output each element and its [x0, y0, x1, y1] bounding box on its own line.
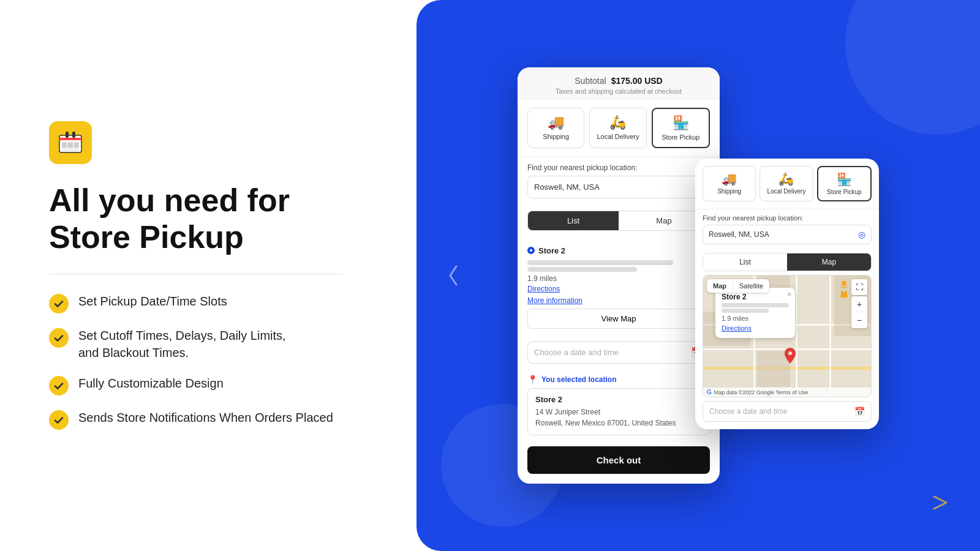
store-pickup-icon: 🏪 — [657, 115, 705, 131]
feature-text-2: Set Cutoff Times, Delays, Daily Limits,a… — [78, 327, 286, 361]
view-map-button[interactable]: View Map — [527, 309, 710, 329]
phone2-local-label: Local Delivery — [763, 188, 810, 195]
map-view-btn[interactable]: Map — [707, 279, 733, 293]
list-map-tabs: List Map — [527, 211, 710, 231]
yellow-arrow-deco — [931, 493, 949, 514]
list-tab[interactable]: List — [528, 211, 619, 230]
shipping-option[interactable]: 🚚 Shipping — [527, 108, 584, 148]
checkout-button[interactable]: Check out — [527, 446, 710, 474]
selected-location-section: 📍 You selected location Store 2 14 W Jun… — [518, 370, 720, 440]
google-logo: G — [707, 389, 712, 395]
map-zoom-group: + − — [851, 296, 867, 328]
local-delivery-option[interactable]: 🛵 Local Delivery — [589, 108, 646, 148]
phone2-loc-label: Find your nearest pickup location: — [703, 214, 872, 222]
phone2-shipping-option[interactable]: 🚚 Shipping — [703, 166, 756, 201]
phone2-tabs: List Map — [703, 253, 872, 271]
left-arrow-deco — [447, 263, 459, 288]
phone2-map-tab[interactable]: Map — [787, 253, 871, 271]
local-delivery-icon: 🛵 — [594, 114, 642, 130]
svg-rect-4 — [59, 138, 81, 140]
right-section: Subtotal $175.00 USD Taxes and shipping … — [417, 0, 980, 551]
svg-rect-2 — [66, 132, 69, 138]
location-value: Roswell, NM, USA — [534, 182, 690, 192]
phone2-loc-value: Roswell, NM, USA — [709, 230, 854, 239]
store-2-addr-1 — [527, 260, 673, 265]
hero-title: All you need for Store Pickup — [49, 182, 368, 256]
phone2-local-icon: 🛵 — [763, 171, 810, 186]
date-input[interactable]: Choose a date and time 📅 — [527, 341, 710, 364]
feature-text-4: Sends Store Notifications When Orders Pl… — [78, 409, 333, 426]
phone2-pickup-label: Store Pickup — [821, 189, 868, 195]
popup-distance: 1.9 miles — [722, 315, 789, 322]
map-background: × Store 2 1.9 miles Directions — [703, 276, 871, 397]
feature-list: Set Pickup Date/Time Slots Set Cutoff Ti… — [49, 293, 368, 430]
store-2-directions[interactable]: Directions — [527, 285, 560, 293]
selected-card: Store 2 14 W Juniper Street Roswell, New… — [527, 388, 710, 435]
phone2-list-tab[interactable]: List — [703, 253, 787, 271]
svg-rect-3 — [72, 132, 75, 138]
map-tab-switcher: Map Satellite — [707, 279, 769, 293]
svg-rect-7 — [74, 143, 79, 148]
phone2-pickup-icon: 🏪 — [821, 172, 868, 187]
check-icon-2 — [49, 328, 69, 348]
zoom-in-button[interactable]: + — [851, 296, 867, 312]
feature-item-2: Set Cutoff Times, Delays, Daily Limits,a… — [49, 327, 368, 361]
local-delivery-label: Local Delivery — [594, 133, 642, 140]
popup-directions[interactable]: Directions — [722, 324, 752, 332]
store-2-distance: 1.9 miles — [527, 274, 710, 283]
store-radio-2 — [527, 247, 535, 254]
shipping-label: Shipping — [532, 133, 580, 140]
phone2-date-input[interactable]: Choose a date and time 📅 — [703, 401, 872, 422]
svg-rect-6 — [68, 143, 73, 148]
selected-address-line2: Roswell, New Mexico 87001, United States — [535, 418, 702, 429]
check-icon-1 — [49, 294, 69, 313]
phone2-loc-input[interactable]: Roswell, NM, USA ◎ — [703, 225, 872, 244]
feature-item-4: Sends Store Notifications When Orders Pl… — [49, 409, 368, 430]
feature-item-3: Fully Customizable Design — [49, 375, 368, 395]
shipping-icon: 🚚 — [532, 114, 580, 130]
satellite-view-btn[interactable]: Satellite — [733, 279, 769, 293]
streetview-icon — [839, 280, 849, 300]
phone2-shipping-icon: 🚚 — [706, 171, 753, 186]
store-pickup-option[interactable]: 🏪 Store Pickup — [652, 108, 710, 148]
subtotal-amount: $175.00 USD — [611, 76, 663, 86]
map-controls: ⛶ + − — [851, 279, 867, 328]
feature-text-3: Fully Customizable Design — [78, 375, 224, 392]
popup-addr-2 — [722, 309, 769, 313]
phone2-delivery-options: 🚚 Shipping 🛵 Local Delivery 🏪 Store Pick… — [695, 159, 879, 209]
svg-rect-5 — [62, 143, 67, 148]
zoom-out-button[interactable]: − — [851, 312, 867, 328]
subtotal-label: Subtotal — [575, 76, 606, 86]
phone2-local-delivery-option[interactable]: 🛵 Local Delivery — [760, 166, 813, 201]
selected-address-line1: 14 W Juniper Street — [535, 407, 702, 418]
subtotal-note: Taxes and shipping calculated at checkou… — [530, 88, 707, 95]
popup-store-name: Store 2 — [722, 293, 789, 301]
divider — [49, 274, 343, 274]
popup-addr-1 — [722, 303, 789, 307]
map-expand-button[interactable]: ⛶ — [851, 279, 867, 295]
phone2-shipping-label: Shipping — [706, 188, 753, 195]
phone2-date-section: Choose a date and time 📅 — [703, 401, 872, 422]
store-2-addr-2 — [527, 267, 637, 272]
phone-mockup-1: Subtotal $175.00 USD Taxes and shipping … — [518, 67, 720, 484]
check-icon-3 — [49, 376, 69, 395]
store-pickup-label: Store Pickup — [657, 133, 705, 141]
store-item-2[interactable]: Store 2 1.9 miles Directions More inform… — [527, 237, 710, 335]
phone2-location: Find your nearest pickup location: Roswe… — [695, 209, 879, 249]
date-placeholder: Choose a date and time — [534, 348, 686, 357]
svg-point-8 — [842, 281, 846, 286]
location-label: Find your nearest pickup location: — [527, 163, 710, 172]
google-bar: G Map data ©2022 Google Terms of Use — [703, 388, 871, 397]
location-input[interactable]: Roswell, NM, USA ◎ — [527, 176, 710, 198]
store-popup: × Store 2 1.9 miles Directions — [715, 288, 795, 338]
google-map-credit: Map data ©2022 Google Terms of Use — [714, 389, 809, 395]
map-area[interactable]: × Store 2 1.9 miles Directions — [703, 275, 872, 397]
more-info-link[interactable]: More information — [527, 296, 710, 305]
phone2-pickup-option[interactable]: 🏪 Store Pickup — [817, 166, 872, 201]
location-section: Find your nearest pickup location: Roswe… — [518, 157, 720, 204]
stores-list: Store 2 1.9 miles Directions More inform… — [518, 237, 720, 335]
selected-location-label: You selected location — [541, 375, 616, 384]
check-icon-4 — [49, 410, 69, 430]
popup-close-icon[interactable]: × — [787, 290, 791, 299]
phone-mockup-2: 🚚 Shipping 🛵 Local Delivery 🏪 Store Pick… — [695, 159, 879, 429]
